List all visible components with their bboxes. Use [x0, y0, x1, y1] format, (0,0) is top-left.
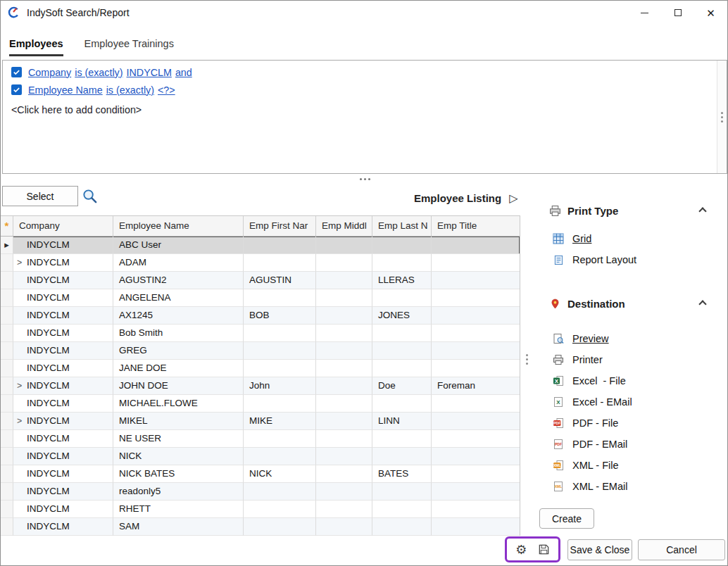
table-row[interactable]: INDYCLMMICHAEL.FLOWE: [1, 395, 520, 413]
column-header[interactable]: Emp Title: [432, 216, 520, 236]
row-indicator[interactable]: [1, 501, 13, 518]
grid-cell[interactable]: [432, 237, 520, 254]
panel-splitter[interactable]: [2, 175, 727, 184]
option-printer[interactable]: Printer: [552, 349, 727, 370]
grid-cell[interactable]: [316, 325, 372, 342]
table-row[interactable]: INDYCLMGREG: [1, 342, 520, 360]
grid-cell[interactable]: [316, 465, 372, 483]
grid-cell[interactable]: [316, 518, 372, 536]
grid-cell[interactable]: [316, 395, 372, 413]
condition-part-link[interactable]: INDYCLM: [127, 67, 172, 78]
table-row[interactable]: INDYCLMRHETT: [1, 501, 520, 518]
condition-part-link[interactable]: is (exactly): [106, 84, 154, 96]
option-report-layout[interactable]: Report Layout: [552, 249, 727, 270]
expand-row-icon[interactable]: >: [17, 254, 22, 271]
grid-cell[interactable]: INDYCLM: [13, 342, 113, 360]
close-button[interactable]: ✕: [694, 1, 727, 25]
grid-cell[interactable]: [372, 395, 432, 413]
option-pdf-file[interactable]: PDFPDF - File: [552, 413, 727, 434]
grid-cell[interactable]: NICK: [244, 465, 316, 483]
grid-cell[interactable]: Foreman: [432, 377, 520, 395]
select-button[interactable]: Select: [2, 186, 78, 206]
grid-cell[interactable]: JONES: [372, 307, 432, 325]
grid-cell[interactable]: [244, 289, 316, 307]
grid-cell[interactable]: [432, 413, 520, 430]
row-indicator[interactable]: [1, 413, 13, 430]
grid-cell[interactable]: [316, 448, 372, 465]
grid-cell[interactable]: RHETT: [113, 501, 244, 518]
grid-cell[interactable]: [316, 430, 372, 448]
option-excel-file[interactable]: XExcel - File: [552, 370, 727, 391]
create-button[interactable]: Create: [539, 508, 594, 529]
grid-cell[interactable]: [372, 501, 432, 518]
condition-part-link[interactable]: is (exactly): [75, 67, 123, 78]
grid-cell[interactable]: [244, 395, 316, 413]
grid-cell[interactable]: INDYCLM: [13, 360, 113, 377]
grid-cell[interactable]: [372, 254, 432, 272]
column-header[interactable]: Employee Name: [113, 216, 244, 236]
table-row[interactable]: >INDYCLMJOHN DOEJohnDoeForeman: [1, 377, 520, 395]
grid-cell[interactable]: [372, 518, 432, 536]
row-indicator[interactable]: [1, 448, 13, 465]
save-settings-button[interactable]: [536, 541, 553, 558]
grid-cell[interactable]: SAM: [113, 518, 244, 536]
row-indicator[interactable]: [1, 518, 13, 536]
grid-cell[interactable]: [432, 272, 520, 289]
grid-cell[interactable]: [316, 483, 372, 501]
grid-cell[interactable]: MICHAEL.FLOWE: [113, 395, 244, 413]
row-indicator[interactable]: [1, 325, 13, 342]
minimize-button[interactable]: [628, 1, 661, 25]
row-indicator[interactable]: [1, 360, 13, 377]
grid-cell[interactable]: INDYCLM: [13, 307, 113, 325]
grid-cell[interactable]: [316, 501, 372, 518]
row-indicator[interactable]: [1, 430, 13, 448]
table-row[interactable]: INDYCLMreadonly5: [1, 483, 520, 501]
grid-cell[interactable]: Doe: [372, 377, 432, 395]
grid-cell[interactable]: [316, 254, 372, 272]
grid-panel-splitter[interactable]: [522, 349, 531, 369]
grid-cell[interactable]: BOB: [244, 307, 316, 325]
grid-cell[interactable]: NICK: [113, 448, 244, 465]
grid-cell[interactable]: [316, 342, 372, 360]
option-excel-email[interactable]: XExcel - EMail: [552, 391, 727, 413]
print-type-section-header[interactable]: Print Type: [539, 203, 727, 218]
row-indicator[interactable]: [1, 395, 13, 413]
tab-employees[interactable]: Employees: [9, 38, 63, 56]
grid-cell[interactable]: MIKE: [244, 413, 316, 430]
grid-cell[interactable]: [244, 501, 316, 518]
grid-cell[interactable]: [316, 307, 372, 325]
grid-cell[interactable]: [372, 430, 432, 448]
grid-cell[interactable]: ADAM: [113, 254, 244, 272]
grid-cell[interactable]: [316, 413, 372, 430]
option-xml-file[interactable]: XMLXML - File: [552, 455, 727, 476]
row-indicator[interactable]: [1, 272, 13, 289]
grid-cell[interactable]: >INDYCLM: [13, 377, 113, 395]
expand-row-icon[interactable]: >: [17, 377, 22, 394]
option-preview[interactable]: Preview: [552, 328, 727, 349]
table-row[interactable]: INDYCLMNICK BATESNICKBATES: [1, 465, 520, 483]
grid-cell[interactable]: [316, 289, 372, 307]
grid-cell[interactable]: [432, 501, 520, 518]
grid-cell[interactable]: BATES: [372, 465, 432, 483]
column-header[interactable]: Emp Middl: [316, 216, 372, 236]
table-row[interactable]: INDYCLMAGUSTIN2AGUSTINLLERAS: [1, 272, 520, 289]
grid-cell[interactable]: INDYCLM: [13, 448, 113, 465]
table-row[interactable]: >INDYCLMMIKELMIKELINN: [1, 413, 520, 430]
grid-cell[interactable]: INDYCLM: [13, 501, 113, 518]
grid-cell[interactable]: LLERAS: [372, 272, 432, 289]
grid-cell[interactable]: [432, 254, 520, 272]
option-xml-email[interactable]: XMLXML - EMail: [552, 476, 727, 497]
grid-cell[interactable]: [432, 342, 520, 360]
table-row[interactable]: INDYCLMNE USER: [1, 430, 520, 448]
chevron-up-icon[interactable]: [698, 300, 706, 308]
row-indicator[interactable]: [1, 483, 13, 501]
grid-cell[interactable]: JANE DOE: [113, 360, 244, 377]
condition-panel-scrollbar[interactable]: [717, 61, 727, 173]
grid-cell[interactable]: MIKEL: [113, 413, 244, 430]
grid-cell[interactable]: [432, 518, 520, 536]
grid-cell[interactable]: [244, 430, 316, 448]
grid-cell[interactable]: [432, 289, 520, 307]
row-indicator[interactable]: [1, 465, 13, 483]
row-indicator[interactable]: ▶: [1, 237, 13, 254]
grid-cell[interactable]: INDYCLM: [13, 518, 113, 536]
